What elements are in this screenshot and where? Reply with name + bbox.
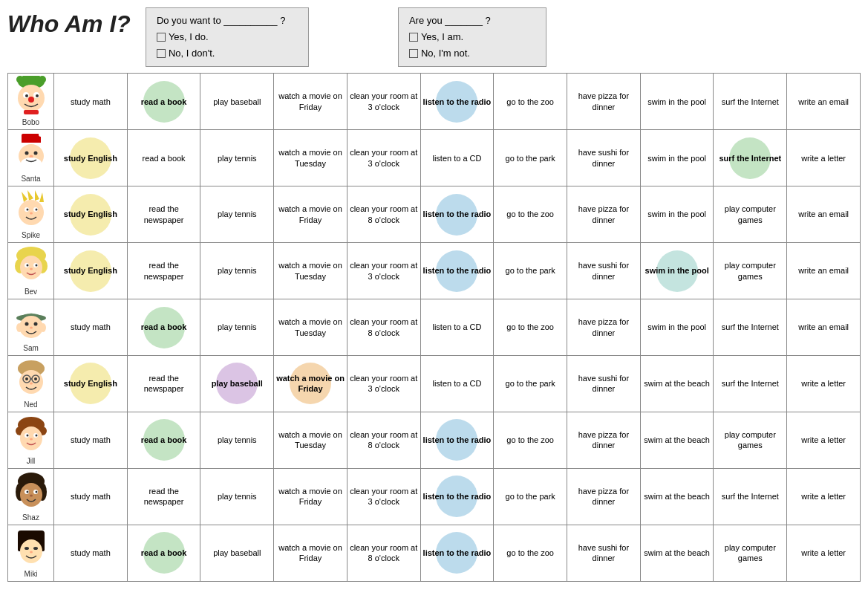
character-name: Jill bbox=[10, 456, 51, 466]
table-cell: play computer games bbox=[714, 243, 787, 299]
table-cell: have sushi for dinner bbox=[567, 130, 641, 186]
table-cell: swim in the pool bbox=[640, 74, 714, 130]
table-cell: listen to a CD bbox=[420, 130, 494, 186]
table-row: Santastudy Englishread a bookplay tennis… bbox=[8, 130, 861, 186]
svg-marker-20 bbox=[27, 190, 33, 201]
table-cell: study English bbox=[54, 243, 128, 299]
table-cell: swim at the beach bbox=[640, 355, 714, 412]
table-cell: study English bbox=[54, 186, 128, 243]
table-cell: study math bbox=[54, 412, 128, 468]
svg-point-44 bbox=[40, 323, 46, 332]
table-cell: clean your room at 3 o'clock bbox=[347, 355, 420, 412]
svg-point-37 bbox=[30, 268, 33, 270]
dialog-box-2: Are you _______ ? Yes, I am. No, I'm not… bbox=[398, 7, 546, 67]
table-cell: play baseball bbox=[200, 74, 274, 130]
table-cell: go to the park bbox=[494, 130, 567, 186]
character-name: Shaz bbox=[10, 513, 51, 522]
svg-point-2 bbox=[39, 76, 46, 83]
table-cell: play tennis bbox=[200, 130, 274, 186]
dialog2-question: Are you _______ ? bbox=[409, 13, 535, 29]
table-cell: go to the zoo bbox=[494, 299, 567, 356]
table-cell: watch a movie on Friday bbox=[274, 186, 347, 243]
table-cell: listen to a CD bbox=[420, 299, 494, 356]
table-cell: clean your room at 8 o'clock bbox=[347, 299, 420, 356]
svg-point-63 bbox=[30, 438, 33, 440]
checkbox3 bbox=[409, 33, 418, 42]
svg-point-42 bbox=[30, 327, 33, 329]
table-cell: swim in the pool bbox=[640, 130, 714, 186]
table-cell: clean your room at 3 o'clock bbox=[347, 130, 420, 186]
table-cell: read the newspaper bbox=[127, 243, 200, 299]
table-cell: go to the zoo bbox=[494, 74, 567, 130]
character-cell: Jill bbox=[8, 412, 54, 468]
character-name: Miki bbox=[10, 569, 51, 579]
svg-rect-11 bbox=[22, 134, 41, 144]
character-cell: Sam bbox=[8, 299, 54, 356]
table-cell: play computer games bbox=[714, 412, 787, 468]
table-cell: surf the Internet bbox=[714, 130, 787, 186]
character-name: Bobo bbox=[10, 117, 51, 127]
table-cell: study math bbox=[54, 468, 128, 525]
table-cell: clean your room at 3 o'clock bbox=[347, 243, 420, 299]
table-cell: write an email bbox=[787, 299, 861, 356]
table-cell: listen to the radio bbox=[420, 74, 494, 130]
character-name: Santa bbox=[10, 174, 51, 184]
table-cell: have sushi for dinner bbox=[567, 355, 641, 412]
table-cell: clean your room at 3 o'clock bbox=[347, 468, 420, 525]
table-cell: study math bbox=[54, 525, 128, 581]
character-name: Spike bbox=[10, 230, 51, 240]
checkbox2 bbox=[157, 49, 166, 58]
svg-point-1 bbox=[16, 76, 24, 83]
svg-point-77 bbox=[25, 547, 29, 550]
svg-point-40 bbox=[25, 322, 28, 326]
svg-rect-10 bbox=[24, 110, 39, 114]
table-cell: read the newspaper bbox=[127, 186, 200, 243]
table-row: Bobostudy mathread a bookplay baseballwa… bbox=[8, 74, 861, 130]
table-cell: watch a movie on Tuesday bbox=[274, 130, 347, 186]
table-cell: play tennis bbox=[200, 243, 274, 299]
svg-point-78 bbox=[33, 547, 38, 550]
svg-point-8 bbox=[36, 94, 39, 97]
table-cell: write an email bbox=[787, 243, 861, 299]
table-cell: go to the park bbox=[494, 243, 567, 299]
table-cell: have sushi for dinner bbox=[567, 525, 641, 581]
character-cell: Santa bbox=[8, 130, 54, 186]
table-cell: watch a movie on Tuesday bbox=[274, 243, 347, 299]
table-cell: write a letter bbox=[787, 468, 861, 525]
table-cell: surf the Internet bbox=[714, 74, 787, 130]
table-cell: write a letter bbox=[787, 412, 861, 468]
table-row: Spikestudy Englishread the newspaperplay… bbox=[8, 186, 861, 243]
table-cell: watch a movie on Tuesday bbox=[274, 412, 347, 468]
table-cell: surf the Internet bbox=[714, 355, 787, 412]
table-cell: watch a movie on Friday bbox=[274, 74, 347, 130]
svg-point-18 bbox=[21, 158, 42, 169]
table-cell: clean your room at 8 o'clock bbox=[347, 412, 420, 468]
svg-point-15 bbox=[25, 152, 28, 155]
character-name: Ned bbox=[10, 400, 51, 409]
table-cell: listen to the radio bbox=[420, 468, 494, 525]
table-cell: listen to the radio bbox=[420, 412, 494, 468]
checkbox1 bbox=[157, 33, 166, 42]
svg-marker-22 bbox=[39, 192, 44, 202]
dialog2-yes: Yes, I am. bbox=[421, 29, 463, 45]
svg-point-36 bbox=[35, 265, 37, 267]
table-cell: read a book bbox=[127, 525, 200, 581]
table-cell: swim in the pool bbox=[640, 186, 714, 243]
table-cell: clean your room at 8 o'clock bbox=[347, 186, 420, 243]
character-cell: Bev bbox=[8, 243, 54, 299]
table-cell: read a book bbox=[127, 412, 200, 468]
table-cell: write a letter bbox=[787, 355, 861, 412]
table-cell: play baseball bbox=[200, 525, 274, 581]
table-cell: study math bbox=[54, 299, 128, 356]
top-area: Who Am I? Do you want to __________ ? Ye… bbox=[7, 7, 861, 67]
svg-point-43 bbox=[16, 323, 22, 332]
svg-point-7 bbox=[25, 94, 28, 97]
table-cell: have pizza for dinner bbox=[567, 74, 641, 130]
table-cell: have pizza for dinner bbox=[567, 468, 641, 525]
character-cell: Shaz bbox=[8, 468, 54, 525]
svg-point-62 bbox=[35, 434, 37, 436]
table-cell: write an email bbox=[787, 186, 861, 243]
table-row: Shazstudy mathread the newspaperplay ten… bbox=[8, 468, 861, 525]
table-cell: go to the park bbox=[494, 468, 567, 525]
svg-point-52 bbox=[30, 382, 33, 384]
